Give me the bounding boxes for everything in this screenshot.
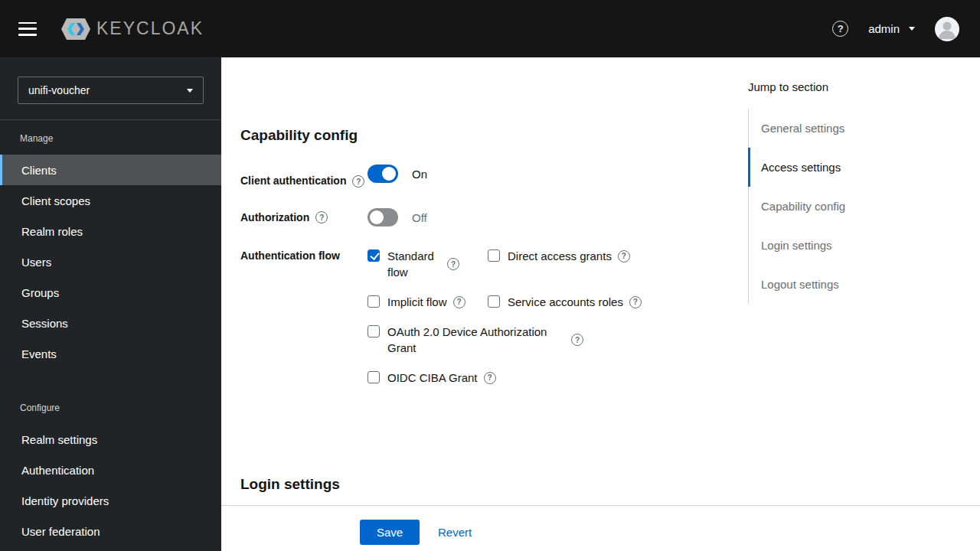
help-icon[interactable] <box>629 296 642 308</box>
jump-to-section-nav: Jump to section General settings Access … <box>748 80 916 304</box>
client-authentication-state: On <box>412 168 427 181</box>
jump-nav-title: Jump to section <box>748 80 916 93</box>
help-icon[interactable] <box>315 211 328 223</box>
brand-wordmark: KEYCLOAK <box>96 18 204 39</box>
sidebar-item-sessions[interactable]: Sessions <box>0 308 221 338</box>
help-icon[interactable] <box>447 258 459 270</box>
sidebar-item-client-scopes[interactable]: Client scopes <box>0 185 221 216</box>
checkbox-label: OAuth 2.0 Device Authorization Grant <box>387 324 565 356</box>
jump-item-capability-config[interactable]: Capability config <box>748 187 916 226</box>
capability-config-heading: Capability config <box>240 127 358 144</box>
authentication-flow-options: Standard flow Direct access grants Impli… <box>368 246 700 386</box>
sidebar-item-identity-providers[interactable]: Identity providers <box>0 485 221 516</box>
user-menu-dropdown[interactable]: admin <box>868 22 915 35</box>
avatar[interactable] <box>935 17 959 41</box>
checkbox-label: Direct access grants <box>508 248 612 264</box>
jump-item-logout-settings[interactable]: Logout settings <box>748 265 916 304</box>
client-authentication-row: Client authentication On <box>240 165 700 187</box>
authorization-toggle[interactable] <box>368 208 398 227</box>
help-icon[interactable] <box>571 334 583 346</box>
revert-link[interactable]: Revert <box>438 526 472 539</box>
sidebar: unifi-voucher Manage Clients Client scop… <box>0 57 221 551</box>
help-icon[interactable] <box>453 296 466 308</box>
realm-selector-value: unifi-voucher <box>28 84 90 96</box>
hamburger-menu-icon[interactable] <box>18 22 37 36</box>
authorization-row: Authorization Off <box>240 208 700 227</box>
authorization-state: Off <box>412 211 427 224</box>
sidebar-item-events[interactable]: Events <box>0 338 221 369</box>
capability-config-form: Client authentication On Authorization O… <box>240 165 700 386</box>
checkbox-label: Standard flow <box>387 248 441 280</box>
sidebar-item-clients[interactable]: Clients <box>0 155 221 185</box>
authorization-label: Authorization <box>240 208 368 223</box>
sidebar-item-groups[interactable]: Groups <box>0 277 221 308</box>
checkbox-label: Service accounts roles <box>508 294 623 310</box>
direct-access-grants-checkbox[interactable] <box>488 249 500 262</box>
authentication-flow-row: Authentication flow Standard flow Direct… <box>240 246 700 386</box>
sidebar-item-realm-roles[interactable]: Realm roles <box>0 216 221 246</box>
checkbox-label: Implicit flow <box>387 294 447 310</box>
option-oauth-device-grant: OAuth 2.0 Device Authorization Grant <box>368 324 700 356</box>
sidebar-item-users[interactable]: Users <box>0 246 221 277</box>
oidc-ciba-grant-checkbox[interactable] <box>368 371 380 383</box>
user-menu-label: admin <box>868 22 900 35</box>
masthead: KEYCLOAK admin <box>0 0 980 57</box>
form-actions-bar: Save Revert <box>221 505 980 551</box>
option-direct-access-grants: Direct access grants <box>488 248 700 280</box>
chevron-down-icon <box>909 27 915 31</box>
option-service-accounts-roles: Service accounts roles <box>488 294 700 310</box>
keycloak-logo-icon <box>60 18 92 41</box>
standard-flow-checkbox[interactable] <box>368 249 380 262</box>
login-settings-heading: Login settings <box>240 476 340 493</box>
nav-group-manage: Manage Clients Client scopes Realm roles… <box>0 133 221 369</box>
option-standard-flow: Standard flow <box>368 248 488 280</box>
save-button[interactable]: Save <box>360 520 420 545</box>
chevron-down-icon <box>187 89 193 93</box>
main-content: Capability config Client authentication … <box>221 57 980 551</box>
jump-item-access-settings[interactable]: Access settings <box>748 148 916 187</box>
checkbox-label: OIDC CIBA Grant <box>387 370 478 386</box>
help-icon[interactable] <box>352 175 364 187</box>
nav-group-label: Manage <box>0 133 221 145</box>
implicit-flow-checkbox[interactable] <box>368 295 380 308</box>
oauth-device-grant-checkbox[interactable] <box>368 325 380 337</box>
client-authentication-label: Client authentication <box>240 165 368 187</box>
sidebar-item-authentication[interactable]: Authentication <box>0 455 221 485</box>
sidebar-item-user-federation[interactable]: User federation <box>0 516 221 546</box>
authentication-flow-label: Authentication flow <box>240 246 368 262</box>
keycloak-logo: KEYCLOAK <box>60 18 204 41</box>
option-implicit-flow: Implicit flow <box>368 294 488 310</box>
help-icon[interactable] <box>618 250 630 262</box>
realm-selector-dropdown[interactable]: unifi-voucher <box>18 77 204 104</box>
help-icon[interactable] <box>484 372 496 384</box>
client-authentication-toggle[interactable] <box>368 165 398 183</box>
sidebar-item-realm-settings[interactable]: Realm settings <box>0 424 221 455</box>
help-icon[interactable] <box>832 21 848 37</box>
jump-item-login-settings[interactable]: Login settings <box>748 226 916 265</box>
service-accounts-roles-checkbox[interactable] <box>488 295 500 308</box>
option-oidc-ciba-grant: OIDC CIBA Grant <box>368 370 700 386</box>
nav-group-label: Configure <box>0 403 221 415</box>
nav-group-configure: Configure Realm settings Authentication … <box>0 403 221 546</box>
jump-item-general-settings[interactable]: General settings <box>748 109 916 148</box>
